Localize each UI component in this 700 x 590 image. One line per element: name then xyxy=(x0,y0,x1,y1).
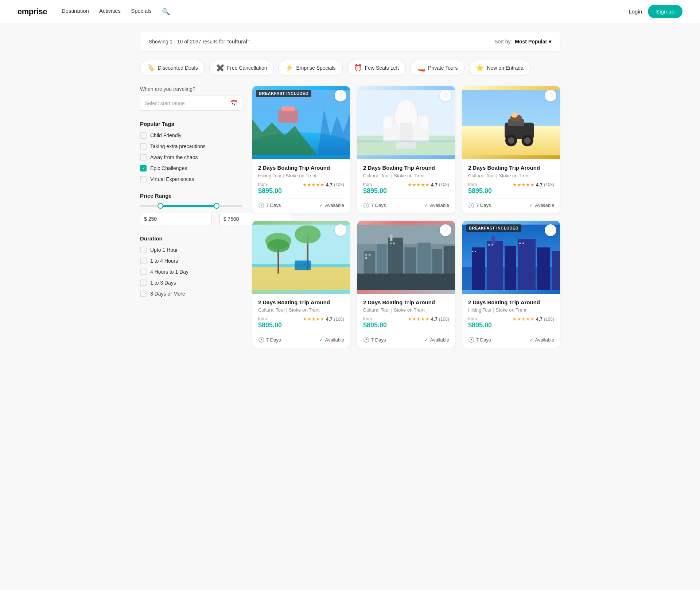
card-5[interactable]: ♡ 2 Days Boating Trip Around Cultural To… xyxy=(357,221,455,348)
checkbox-virtual-experiences[interactable] xyxy=(140,176,147,182)
clock-icon-5: 🕐 xyxy=(363,337,369,343)
date-input[interactable]: Select start range 📅 xyxy=(140,96,242,111)
nav-destination[interactable]: Destination xyxy=(62,8,89,16)
sidebar: When are you traveling? Select start ran… xyxy=(140,86,242,348)
card-duration-1: 🕐 7 Days xyxy=(258,203,281,208)
checkbox-epic-challenges[interactable] xyxy=(140,165,147,171)
pill-few-seats[interactable]: ⏰ Few Seats Left xyxy=(347,60,406,76)
wishlist-button-2[interactable]: ♡ xyxy=(440,90,451,101)
duration-3days-more[interactable]: 3 Days or More xyxy=(140,290,242,297)
checkbox-extra-precautions[interactable] xyxy=(140,143,147,150)
pill-new-on-entrada[interactable]: ⭐ New on Entrada xyxy=(469,60,530,76)
wishlist-button-3[interactable]: ♡ xyxy=(545,90,556,101)
checkbox-4hrs-1day[interactable] xyxy=(140,269,147,275)
price-thumb-max[interactable] xyxy=(214,203,219,209)
card-body-4: 2 Days Boating Trip Around Cultural Tour… xyxy=(252,294,350,348)
login-button[interactable]: Login xyxy=(629,8,642,15)
price-separator: - xyxy=(215,216,217,222)
duration-4hrs-1day[interactable]: 4 Hours to 1 Day xyxy=(140,269,242,275)
private-tours-icon: 🚤 xyxy=(417,64,425,72)
svg-rect-5 xyxy=(281,106,295,111)
duration-1-4hrs[interactable]: 1 to 4 Hours xyxy=(140,258,242,264)
svg-rect-48 xyxy=(369,254,370,255)
card-2[interactable]: ♡ 2 Days Boating Trip Around Cultural To… xyxy=(357,86,455,213)
svg-rect-59 xyxy=(537,247,550,290)
checkbox-child-friendly[interactable] xyxy=(140,132,147,139)
signup-button[interactable]: Sign up xyxy=(648,5,682,18)
breakfast-badge-1: BREAKFAST INCLUDED xyxy=(256,90,311,97)
svg-rect-60 xyxy=(552,251,560,290)
rating-count-4: (108) xyxy=(334,317,344,322)
svg-rect-65 xyxy=(519,242,521,244)
new-entrada-icon: ⭐ xyxy=(476,64,484,72)
header: emprise Destination Activities Specials … xyxy=(0,0,700,23)
breakfast-badge-6: BREAKFAST INCLUDED xyxy=(466,224,521,232)
card-price-2: $895.00 xyxy=(363,187,387,195)
price-thumb-min[interactable] xyxy=(158,203,163,209)
card-4[interactable]: ♡ 2 Days Boating Trip Around Cultural To… xyxy=(252,221,350,348)
card-meta-2: from $895.00 ★★★★★ 4.7 (108) xyxy=(363,182,449,195)
duration-upto-1hr[interactable]: Upto 1 Hour xyxy=(140,247,242,253)
card-available-4: ✓ Available xyxy=(319,337,344,343)
svg-rect-49 xyxy=(365,257,367,259)
wishlist-button-6[interactable]: ♡ xyxy=(545,224,556,236)
results-text: Showing 1 - 10 of 2037 results for "cult… xyxy=(149,39,250,45)
cards-grid: BREAKFAST INCLUDED ♡ 2 Days Boating Trip… xyxy=(252,86,560,348)
svg-point-13 xyxy=(383,116,391,129)
search-icon[interactable]: 🔍 xyxy=(162,8,170,16)
rating-value-3: 4.7 xyxy=(536,182,542,188)
card-1[interactable]: BREAKFAST INCLUDED ♡ 2 Days Boating Trip… xyxy=(252,86,350,213)
pill-free-cancellation[interactable]: ✖️ Free Cancellation xyxy=(209,60,274,76)
nav-activities[interactable]: Activities xyxy=(99,8,121,16)
star-icon-4: ★★★★★ xyxy=(303,316,324,322)
results-area: BREAKFAST INCLUDED ♡ 2 Days Boating Trip… xyxy=(252,86,560,348)
clock-icon-4: 🕐 xyxy=(258,337,264,343)
card-rating-3: ★★★★★ 4.7 (108) xyxy=(513,182,554,188)
check-icon-5: ✓ xyxy=(424,337,428,343)
checkbox-1-4hrs[interactable] xyxy=(140,258,147,264)
when-traveling-section: When are you traveling? Select start ran… xyxy=(140,86,242,111)
popular-tags-title: Popular Tags xyxy=(140,121,242,127)
tag-away-chaos[interactable]: Away from the chaos xyxy=(140,154,242,161)
wishlist-button-5[interactable]: ♡ xyxy=(440,224,451,236)
wishlist-button-4[interactable]: ♡ xyxy=(335,224,346,236)
wishlist-button-1[interactable]: ♡ xyxy=(335,90,346,101)
pill-emprise-specials[interactable]: ⚡ Emprise Specials xyxy=(278,60,342,76)
pill-discounted-deals[interactable]: 🏷️ Discounted Deals xyxy=(140,60,205,76)
checkbox-upto-1hr[interactable] xyxy=(140,247,147,253)
sort-dropdown[interactable]: Most Popular ▾ xyxy=(515,39,551,45)
svg-rect-4 xyxy=(278,109,298,123)
checkbox-1-3days[interactable] xyxy=(140,279,147,286)
card-price-4: $895.00 xyxy=(258,321,282,329)
svg-rect-47 xyxy=(365,254,367,255)
duration-1-3days[interactable]: 1 to 3 Days xyxy=(140,279,242,286)
card-subtitle-6: Hiking Tour | Stoke on Trent xyxy=(468,307,554,313)
card-image-5: ♡ xyxy=(357,221,455,294)
price-slider[interactable] xyxy=(140,205,242,207)
card-price-5: $895.00 xyxy=(363,321,387,329)
check-icon-4: ✓ xyxy=(319,337,323,343)
card-price-6: $895.00 xyxy=(468,321,492,329)
card-rating-1: ★★★★★ 4.7 (108) xyxy=(303,182,344,188)
svg-point-14 xyxy=(421,116,428,129)
tag-child-friendly[interactable]: Child Friendly xyxy=(140,132,242,139)
checkbox-3days-more[interactable] xyxy=(140,290,147,297)
star-icon-5: ★★★★★ xyxy=(408,316,429,322)
card-duration-5: 🕐 7 Days xyxy=(363,337,386,343)
tag-extra-precautions[interactable]: Taking extra precautions xyxy=(140,143,242,150)
pill-private-tours[interactable]: 🚤 Private Tours xyxy=(410,60,464,76)
star-icon-3: ★★★★★ xyxy=(513,182,534,188)
rating-count-6: (108) xyxy=(544,317,554,322)
card-title-2: 2 Days Boating Trip Around xyxy=(363,164,449,171)
price-min-input[interactable] xyxy=(140,213,212,225)
svg-rect-63 xyxy=(488,244,490,246)
card-footer-2: 🕐 7 Days ✓ Available xyxy=(363,198,449,208)
card-3[interactable]: ♡ 2 Days Boating Trip Around Cultural To… xyxy=(462,86,560,213)
nav-specials[interactable]: Specials xyxy=(131,8,152,16)
tag-epic-challenges[interactable]: Epic Challenges xyxy=(140,165,242,171)
card-6[interactable]: BREAKFAST INCLUDED ♡ 2 Days Boating Trip… xyxy=(462,221,560,348)
checkbox-away-chaos[interactable] xyxy=(140,154,147,161)
rating-value-4: 4.7 xyxy=(326,316,332,322)
tag-virtual-experiences[interactable]: Virtual Experiences xyxy=(140,176,242,182)
card-price-1: $895.00 xyxy=(258,187,282,195)
